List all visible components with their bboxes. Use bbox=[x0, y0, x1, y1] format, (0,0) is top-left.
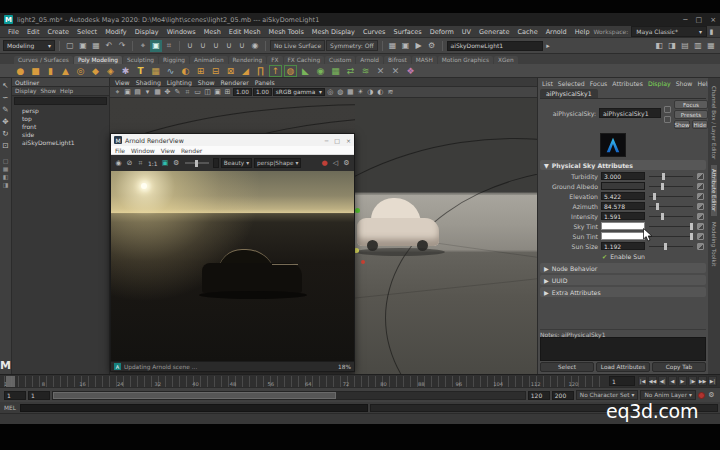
map-texture-button[interactable] bbox=[697, 213, 704, 220]
input-connection-icon[interactable] bbox=[664, 106, 671, 113]
map-texture-button[interactable] bbox=[697, 193, 704, 200]
bookmarks-icon[interactable]: ▾ bbox=[143, 88, 152, 97]
snap-to-projected-center-icon[interactable]: ∪ bbox=[223, 40, 235, 52]
snap-to-grid-icon[interactable]: ∪ bbox=[184, 40, 196, 52]
field-chart-icon[interactable]: ⊞ bbox=[223, 88, 232, 97]
grid-toggle-icon[interactable]: ⌗ bbox=[183, 88, 192, 97]
reduce-icon[interactable]: ✕ bbox=[389, 65, 402, 77]
image-plane-icon[interactable]: ▦ bbox=[153, 88, 162, 97]
menu-item[interactable]: Create bbox=[43, 28, 73, 36]
renderview-settings-icon[interactable]: ⚙ bbox=[342, 159, 351, 168]
attribute-slider-handle[interactable] bbox=[690, 223, 693, 230]
isolate-select-icon[interactable]: ◎ bbox=[326, 88, 335, 97]
bevel-icon[interactable]: ◢ bbox=[239, 65, 252, 77]
shadows-toggle-icon[interactable]: ◑ bbox=[366, 88, 375, 97]
shelf-tab[interactable]: Custom bbox=[325, 56, 355, 64]
playback-button[interactable]: ▶ bbox=[678, 376, 687, 386]
symmetrize-icon[interactable]: ≋ bbox=[359, 65, 372, 77]
lock-camera-icon[interactable]: ▣ bbox=[123, 88, 132, 97]
attribute-slider-handle[interactable] bbox=[664, 243, 667, 250]
attribute-value-field[interactable] bbox=[601, 232, 645, 240]
attribute-editor-menu-item[interactable]: List bbox=[542, 80, 553, 87]
physical-sky-section-header[interactable]: ▼ Physical Sky Attributes bbox=[540, 160, 706, 170]
animation-end-field[interactable]: 200 bbox=[552, 391, 574, 400]
single-pane-layout-icon[interactable]: ▢ bbox=[1, 157, 11, 164]
menu-item[interactable]: Mesh Display bbox=[308, 28, 359, 36]
playback-button[interactable]: ◀| bbox=[658, 376, 667, 386]
extrude-icon[interactable]: ↑ bbox=[269, 65, 282, 77]
shelf-tab[interactable]: FX Caching bbox=[284, 56, 325, 64]
viewport-menu-item[interactable]: View bbox=[115, 79, 130, 86]
2d-pan-zoom-icon[interactable]: ✥ bbox=[163, 88, 172, 97]
renderview-menu-item[interactable]: File bbox=[115, 147, 125, 154]
outliner-item[interactable]: side bbox=[12, 130, 109, 138]
shelf-tab[interactable]: Bifrost bbox=[384, 56, 411, 64]
tool-settings-toggle-icon[interactable]: ▥ bbox=[692, 40, 704, 52]
redo-icon[interactable]: ↷ bbox=[116, 40, 128, 52]
window-control-button[interactable]: × bbox=[710, 16, 716, 24]
shelf-tab[interactable]: Rigging bbox=[159, 56, 189, 64]
map-texture-button[interactable] bbox=[697, 243, 704, 250]
detach-icon[interactable]: ✕ bbox=[374, 65, 387, 77]
attribute-slider-track[interactable] bbox=[649, 232, 693, 240]
menu-item[interactable]: Edit bbox=[23, 28, 44, 36]
resolution-gate-icon[interactable]: ◫ bbox=[203, 88, 212, 97]
open-scene-icon[interactable]: ▣ bbox=[77, 40, 89, 52]
attribute-value-field[interactable] bbox=[601, 182, 645, 190]
command-language-toggle[interactable]: MEL bbox=[2, 405, 18, 411]
attribute-slider-track[interactable] bbox=[649, 222, 693, 230]
attribute-value-field[interactable]: 3.000 bbox=[601, 172, 645, 180]
bridge-icon[interactable]: ∏ bbox=[254, 65, 267, 77]
map-texture-button[interactable] bbox=[697, 223, 704, 230]
auto-keyframe-toggle[interactable] bbox=[698, 392, 705, 399]
command-input[interactable] bbox=[20, 404, 368, 412]
lock-workspace-icon[interactable]: ▮ bbox=[707, 27, 716, 36]
outliner-item[interactable]: top bbox=[12, 114, 109, 122]
menu-item[interactable]: Select bbox=[73, 28, 101, 36]
snap-to-point-icon[interactable]: ∪ bbox=[210, 40, 222, 52]
grease-pencil-icon[interactable]: ✎ bbox=[173, 88, 182, 97]
shelf-tab[interactable]: XGen bbox=[494, 56, 518, 64]
snap-to-view-plane-icon[interactable]: ∪ bbox=[236, 40, 248, 52]
attribute-slider-handle[interactable] bbox=[690, 233, 693, 240]
collapsed-section-header[interactable]: ▶ Extra Attributes bbox=[540, 287, 706, 297]
attribute-slider-handle[interactable] bbox=[656, 203, 659, 210]
menu-item[interactable]: Modify bbox=[101, 28, 131, 36]
combine-icon[interactable]: ⊞ bbox=[194, 65, 207, 77]
attribute-slider-track[interactable] bbox=[649, 212, 693, 220]
shelf-tab[interactable]: Arnold bbox=[356, 56, 383, 64]
attribute-slider-track[interactable] bbox=[649, 172, 693, 180]
attribute-value-field[interactable]: 5.422 bbox=[601, 192, 645, 200]
xray-icon[interactable]: ◍ bbox=[336, 88, 345, 97]
menu-item[interactable]: Cache bbox=[513, 28, 541, 36]
sidebar-vertical-tab[interactable]: Attribute Editor bbox=[711, 165, 717, 215]
map-texture-button[interactable] bbox=[697, 173, 704, 180]
scale-tool-icon[interactable]: ⊡ bbox=[0, 140, 11, 151]
character-controls-toggle-icon[interactable]: ◨ bbox=[666, 40, 678, 52]
live-surface-button[interactable]: No Live Surface bbox=[270, 40, 325, 51]
shelf-tab[interactable]: Motion Graphics bbox=[438, 56, 493, 64]
default-lighting-icon[interactable]: ☀ bbox=[356, 88, 365, 97]
ipr-render-icon[interactable]: ▶ bbox=[413, 40, 425, 52]
move-tool-icon[interactable]: ✥ bbox=[0, 116, 11, 127]
sidebar-vertical-tab[interactable]: Channel Box / Layer Editor bbox=[711, 82, 717, 163]
checkbox-checked-icon[interactable]: ✔ bbox=[602, 253, 607, 260]
attribute-slider-track[interactable] bbox=[649, 242, 693, 250]
attribute-value-field[interactable]: 84.578 bbox=[601, 202, 645, 210]
attribute-editor-menu-item[interactable]: Selected bbox=[558, 80, 585, 87]
select-object-icon[interactable]: ▣ bbox=[150, 40, 162, 52]
attribute-slider-handle[interactable] bbox=[661, 213, 664, 220]
type-tool-icon[interactable]: ▦ bbox=[149, 65, 162, 77]
manipulator-handle-red[interactable] bbox=[361, 260, 365, 264]
attribute-value-field[interactable] bbox=[601, 222, 645, 230]
shelf-tab[interactable]: Animation bbox=[190, 56, 228, 64]
playback-button[interactable]: |▶ bbox=[688, 376, 697, 386]
aov-dropdown[interactable]: Beauty ▾ bbox=[221, 158, 252, 168]
range-slider-block[interactable] bbox=[53, 392, 336, 399]
renderview-menu-item[interactable]: Window bbox=[131, 147, 155, 154]
render-image[interactable] bbox=[111, 171, 354, 361]
exposure-slider[interactable] bbox=[185, 162, 209, 164]
playback-button[interactable]: ◀◀ bbox=[648, 376, 657, 386]
workspace-dropdown[interactable]: Maya Classic* ▾ bbox=[631, 26, 707, 37]
rotate-tool-icon[interactable]: ↻ bbox=[0, 128, 11, 139]
